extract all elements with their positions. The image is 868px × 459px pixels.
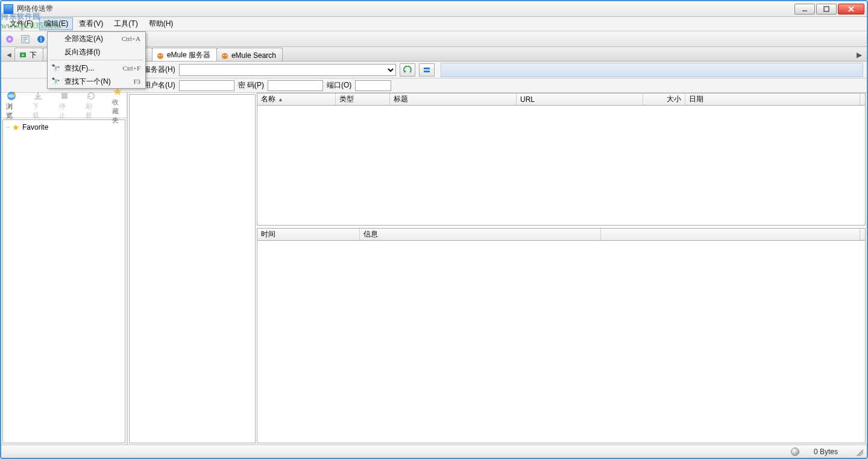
svg-text:i: i xyxy=(40,35,42,43)
nav-browse[interactable]: 浏览 xyxy=(6,90,17,120)
svg-rect-0 xyxy=(802,10,807,11)
tree-root-label: Favorite xyxy=(22,123,48,131)
toolbar-settings-icon[interactable] xyxy=(4,33,16,45)
nav-refresh[interactable]: 刷新 xyxy=(86,90,96,120)
titlebar: 网络传送带 xyxy=(1,1,867,17)
column-header[interactable]: 标题 xyxy=(390,93,517,105)
column-header[interactable]: URL xyxy=(517,93,643,105)
download-icon xyxy=(33,90,43,101)
servers-list-button[interactable] xyxy=(419,63,435,77)
server-url-combo[interactable] xyxy=(179,64,396,76)
toolbar-info-icon[interactable]: i xyxy=(35,33,47,45)
svg-point-13 xyxy=(161,55,162,56)
svg-point-3 xyxy=(8,38,11,40)
tab-label: eMule 服务器 xyxy=(167,50,210,60)
go-button[interactable] xyxy=(400,63,415,77)
tab-download[interactable]: 下 xyxy=(14,48,43,61)
edit-menu-dropdown: 全部选定(A) Ctrl+A 反向选择(I) 🔭 查找(F)... Ctrl+F… xyxy=(47,31,146,89)
window-title: 网络传送带 xyxy=(17,4,53,14)
download-icon xyxy=(19,51,27,60)
left-nav-strip: 浏览 下载 停止 刷新 收藏夹 xyxy=(1,93,127,118)
nav-download[interactable]: 下载 xyxy=(33,90,43,120)
svg-point-16 xyxy=(225,55,227,56)
menu-view[interactable]: 查看(V) xyxy=(74,17,108,30)
server-bar-pad xyxy=(441,63,863,77)
log-grid: 时间信息 xyxy=(257,228,866,443)
nav-stop[interactable]: 停止 xyxy=(59,90,70,120)
column-header[interactable]: 时间 xyxy=(257,229,360,240)
refresh-icon xyxy=(86,90,96,101)
maximize-button[interactable] xyxy=(816,4,837,14)
emule-icon xyxy=(221,51,229,60)
statusbar: 0 Bytes xyxy=(1,445,867,458)
menu-find-next[interactable]: 🔭 查找下一个(N) F3 xyxy=(48,75,145,88)
toolbar-log-icon[interactable] xyxy=(19,33,31,45)
tab-label: 下 xyxy=(30,50,37,60)
right-panel: 名称▲类型标题URL大小日期 时间信息 xyxy=(257,93,867,445)
column-header[interactable] xyxy=(601,229,860,240)
tab-label: eMule Search xyxy=(231,51,276,60)
resize-grip[interactable] xyxy=(855,448,863,456)
emule-icon xyxy=(156,51,165,60)
username-label: 用户名(U) xyxy=(143,80,175,90)
menu-invert-selection[interactable]: 反向选择(I) xyxy=(48,45,145,59)
username-input[interactable] xyxy=(179,80,234,91)
menu-separator xyxy=(50,60,143,60)
left-panel: 浏览 下载 停止 刷新 收藏夹 ┈ ★ Favorite xyxy=(1,93,128,445)
middle-panel xyxy=(129,94,256,443)
tab-emule-search[interactable]: eMule Search xyxy=(216,48,283,61)
column-header[interactable]: 类型 xyxy=(336,93,390,105)
port-label: 端口(O) xyxy=(327,80,351,90)
column-header[interactable]: 信息 xyxy=(360,229,601,240)
port-input[interactable] xyxy=(355,80,391,91)
svg-point-12 xyxy=(159,55,160,56)
password-label: 密 码(P) xyxy=(238,80,264,90)
menu-tools[interactable]: 工具(T) xyxy=(109,17,142,30)
menu-find[interactable]: 🔭 查找(F)... Ctrl+F xyxy=(48,62,145,75)
svg-rect-18 xyxy=(424,71,430,72)
content-area: 浏览 下载 停止 刷新 收藏夹 ┈ ★ Favorite xyxy=(1,93,867,445)
binoculars-icon: 🔭 xyxy=(50,77,61,86)
tree-root[interactable]: ┈ ★ Favorite xyxy=(5,122,122,132)
svg-point-14 xyxy=(222,53,228,59)
svg-point-11 xyxy=(157,53,163,59)
binoculars-icon: 🔭 xyxy=(50,64,61,72)
column-header[interactable]: 大小 xyxy=(643,93,685,105)
star-icon: ★ xyxy=(12,122,20,132)
log-grid-header: 时间信息 xyxy=(257,229,865,241)
tab-emule-servers[interactable]: eMule 服务器 xyxy=(152,48,217,61)
favorites-tree[interactable]: ┈ ★ Favorite xyxy=(2,119,125,443)
column-header[interactable]: 名称▲ xyxy=(257,93,336,105)
stop-icon xyxy=(59,90,70,101)
menu-select-all[interactable]: 全部选定(A) Ctrl+A xyxy=(48,32,145,45)
menu-help[interactable]: 帮助(H) xyxy=(144,17,178,30)
results-grid-header: 名称▲类型标题URL大小日期 xyxy=(257,93,865,106)
column-header[interactable]: 日期 xyxy=(685,93,860,105)
sort-indicator-icon: ▲ xyxy=(278,97,283,103)
svg-rect-20 xyxy=(34,98,42,100)
status-bytes: 0 Bytes xyxy=(814,448,838,456)
close-button[interactable] xyxy=(838,4,864,14)
password-input[interactable] xyxy=(268,80,323,91)
server-label: 服务器(H) xyxy=(143,65,175,75)
tab-nav-right[interactable]: ▶ xyxy=(854,49,864,61)
tab-nav-left[interactable]: ◄ xyxy=(4,49,14,61)
menubar: 文件(F) 编辑(E) 查看(V) 工具(T) 帮助(H) xyxy=(1,17,867,31)
svg-rect-17 xyxy=(424,68,430,69)
ie-icon xyxy=(6,90,17,101)
status-knob-icon xyxy=(791,448,799,456)
minimize-button[interactable] xyxy=(794,4,815,14)
nav-favorites[interactable]: 收藏夹 xyxy=(112,86,123,125)
app-icon xyxy=(4,4,13,14)
svg-rect-21 xyxy=(61,93,68,99)
svg-point-15 xyxy=(223,55,224,56)
svg-rect-1 xyxy=(824,7,829,11)
tree-dots: ┈ xyxy=(5,123,10,131)
results-grid: 名称▲类型标题URL大小日期 xyxy=(257,93,866,226)
menu-edit[interactable]: 编辑(E) xyxy=(39,17,73,30)
menu-file[interactable]: 文件(F) xyxy=(5,17,38,30)
